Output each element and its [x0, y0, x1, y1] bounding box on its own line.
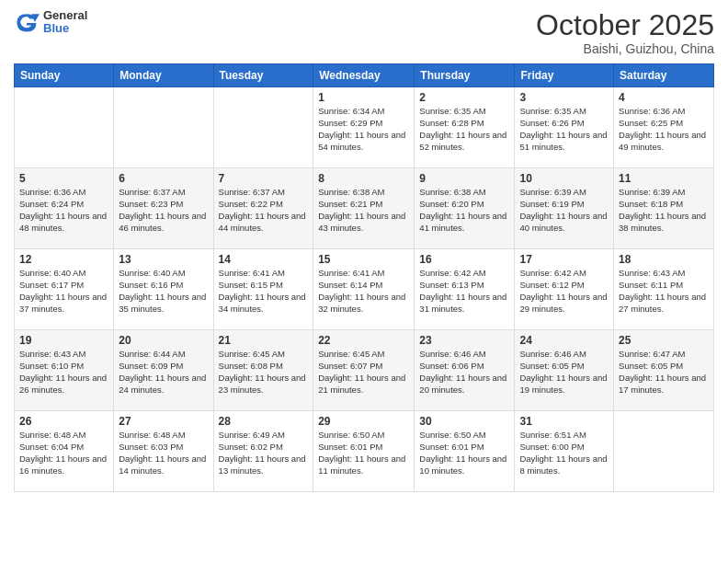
calendar-week-row: 19Sunrise: 6:43 AM Sunset: 6:10 PM Dayli… [15, 330, 714, 411]
col-thursday: Thursday [415, 64, 515, 87]
table-row: 18Sunrise: 6:43 AM Sunset: 6:11 PM Dayli… [614, 249, 714, 330]
calendar-week-row: 1Sunrise: 6:34 AM Sunset: 6:29 PM Daylig… [15, 87, 714, 168]
logo-general: General [43, 9, 87, 22]
day-info: Sunrise: 6:39 AM Sunset: 6:18 PM Dayligh… [619, 187, 709, 234]
day-info: Sunrise: 6:47 AM Sunset: 6:05 PM Dayligh… [619, 349, 709, 396]
table-row: 1Sunrise: 6:34 AM Sunset: 6:29 PM Daylig… [313, 87, 415, 168]
table-row [15, 87, 114, 168]
logo-blue: Blue [43, 22, 87, 35]
col-monday: Monday [114, 64, 213, 87]
day-info: Sunrise: 6:46 AM Sunset: 6:06 PM Dayligh… [419, 349, 509, 396]
day-number: 21 [219, 334, 309, 347]
day-number: 12 [19, 253, 108, 266]
table-row: 21Sunrise: 6:45 AM Sunset: 6:08 PM Dayli… [213, 330, 313, 411]
day-number: 9 [419, 172, 509, 185]
day-info: Sunrise: 6:42 AM Sunset: 6:13 PM Dayligh… [419, 268, 509, 315]
day-number: 11 [619, 172, 709, 185]
col-tuesday: Tuesday [213, 64, 313, 87]
day-info: Sunrise: 6:48 AM Sunset: 6:03 PM Dayligh… [119, 430, 208, 477]
day-info: Sunrise: 6:50 AM Sunset: 6:01 PM Dayligh… [419, 430, 509, 477]
day-info: Sunrise: 6:41 AM Sunset: 6:15 PM Dayligh… [219, 268, 309, 315]
day-info: Sunrise: 6:36 AM Sunset: 6:24 PM Dayligh… [19, 187, 108, 234]
table-row: 10Sunrise: 6:39 AM Sunset: 6:19 PM Dayli… [515, 168, 614, 249]
day-number: 4 [619, 91, 709, 104]
day-number: 10 [519, 172, 609, 185]
table-row [213, 87, 313, 168]
day-number: 16 [419, 253, 509, 266]
col-wednesday: Wednesday [313, 64, 415, 87]
logo-icon [14, 9, 40, 35]
table-row: 2Sunrise: 6:35 AM Sunset: 6:28 PM Daylig… [415, 87, 515, 168]
calendar-week-row: 5Sunrise: 6:36 AM Sunset: 6:24 PM Daylig… [15, 168, 714, 249]
day-info: Sunrise: 6:37 AM Sunset: 6:22 PM Dayligh… [219, 187, 309, 234]
day-info: Sunrise: 6:35 AM Sunset: 6:26 PM Dayligh… [519, 106, 609, 153]
day-info: Sunrise: 6:50 AM Sunset: 6:01 PM Dayligh… [318, 430, 409, 477]
day-number: 15 [318, 253, 409, 266]
table-row: 12Sunrise: 6:40 AM Sunset: 6:17 PM Dayli… [15, 249, 114, 330]
table-row: 17Sunrise: 6:42 AM Sunset: 6:12 PM Dayli… [515, 249, 614, 330]
table-row: 13Sunrise: 6:40 AM Sunset: 6:16 PM Dayli… [114, 249, 213, 330]
day-info: Sunrise: 6:38 AM Sunset: 6:21 PM Dayligh… [318, 187, 409, 234]
day-number: 18 [619, 253, 709, 266]
table-row: 29Sunrise: 6:50 AM Sunset: 6:01 PM Dayli… [313, 411, 415, 492]
day-number: 8 [318, 172, 409, 185]
day-number: 26 [19, 415, 108, 428]
table-row: 28Sunrise: 6:49 AM Sunset: 6:02 PM Dayli… [213, 411, 313, 492]
month-title: October 2025 [536, 9, 714, 41]
logo-text: General Blue [43, 9, 87, 36]
table-row [614, 411, 714, 492]
day-number: 20 [119, 334, 208, 347]
page-header: General Blue October 2025 Baishi, Guizho… [14, 9, 714, 56]
table-row: 3Sunrise: 6:35 AM Sunset: 6:26 PM Daylig… [515, 87, 614, 168]
day-number: 23 [419, 334, 509, 347]
table-row: 4Sunrise: 6:36 AM Sunset: 6:25 PM Daylig… [614, 87, 714, 168]
day-info: Sunrise: 6:37 AM Sunset: 6:23 PM Dayligh… [119, 187, 208, 234]
table-row: 31Sunrise: 6:51 AM Sunset: 6:00 PM Dayli… [515, 411, 614, 492]
table-row: 9Sunrise: 6:38 AM Sunset: 6:20 PM Daylig… [415, 168, 515, 249]
day-number: 27 [119, 415, 208, 428]
day-info: Sunrise: 6:36 AM Sunset: 6:25 PM Dayligh… [619, 106, 709, 153]
table-row: 14Sunrise: 6:41 AM Sunset: 6:15 PM Dayli… [213, 249, 313, 330]
day-number: 29 [318, 415, 409, 428]
day-number: 14 [219, 253, 309, 266]
day-info: Sunrise: 6:34 AM Sunset: 6:29 PM Dayligh… [318, 106, 409, 153]
location: Baishi, Guizhou, China [536, 41, 714, 56]
table-row: 15Sunrise: 6:41 AM Sunset: 6:14 PM Dayli… [313, 249, 415, 330]
day-info: Sunrise: 6:42 AM Sunset: 6:12 PM Dayligh… [519, 268, 609, 315]
day-info: Sunrise: 6:41 AM Sunset: 6:14 PM Dayligh… [318, 268, 409, 315]
table-row: 20Sunrise: 6:44 AM Sunset: 6:09 PM Dayli… [114, 330, 213, 411]
table-row [114, 87, 213, 168]
day-number: 19 [19, 334, 108, 347]
calendar-week-row: 12Sunrise: 6:40 AM Sunset: 6:17 PM Dayli… [15, 249, 714, 330]
day-number: 2 [419, 91, 509, 104]
table-row: 11Sunrise: 6:39 AM Sunset: 6:18 PM Dayli… [614, 168, 714, 249]
table-row: 6Sunrise: 6:37 AM Sunset: 6:23 PM Daylig… [114, 168, 213, 249]
col-sunday: Sunday [15, 64, 114, 87]
table-row: 25Sunrise: 6:47 AM Sunset: 6:05 PM Dayli… [614, 330, 714, 411]
day-info: Sunrise: 6:35 AM Sunset: 6:28 PM Dayligh… [419, 106, 509, 153]
calendar-header-row: Sunday Monday Tuesday Wednesday Thursday… [15, 64, 714, 87]
day-number: 28 [219, 415, 309, 428]
day-info: Sunrise: 6:45 AM Sunset: 6:08 PM Dayligh… [219, 349, 309, 396]
day-info: Sunrise: 6:40 AM Sunset: 6:17 PM Dayligh… [19, 268, 108, 315]
calendar-table: Sunday Monday Tuesday Wednesday Thursday… [14, 63, 714, 492]
table-row: 5Sunrise: 6:36 AM Sunset: 6:24 PM Daylig… [15, 168, 114, 249]
day-number: 13 [119, 253, 208, 266]
day-info: Sunrise: 6:39 AM Sunset: 6:19 PM Dayligh… [519, 187, 609, 234]
day-info: Sunrise: 6:48 AM Sunset: 6:04 PM Dayligh… [19, 430, 108, 477]
day-info: Sunrise: 6:40 AM Sunset: 6:16 PM Dayligh… [119, 268, 208, 315]
day-info: Sunrise: 6:43 AM Sunset: 6:11 PM Dayligh… [619, 268, 709, 315]
day-info: Sunrise: 6:44 AM Sunset: 6:09 PM Dayligh… [119, 349, 208, 396]
day-number: 30 [419, 415, 509, 428]
day-number: 7 [219, 172, 309, 185]
table-row: 24Sunrise: 6:46 AM Sunset: 6:05 PM Dayli… [515, 330, 614, 411]
logo: General Blue [14, 9, 87, 36]
table-row: 26Sunrise: 6:48 AM Sunset: 6:04 PM Dayli… [15, 411, 114, 492]
table-row: 23Sunrise: 6:46 AM Sunset: 6:06 PM Dayli… [415, 330, 515, 411]
day-number: 24 [519, 334, 609, 347]
table-row: 19Sunrise: 6:43 AM Sunset: 6:10 PM Dayli… [15, 330, 114, 411]
calendar-week-row: 26Sunrise: 6:48 AM Sunset: 6:04 PM Dayli… [15, 411, 714, 492]
table-row: 16Sunrise: 6:42 AM Sunset: 6:13 PM Dayli… [415, 249, 515, 330]
day-number: 17 [519, 253, 609, 266]
day-number: 22 [318, 334, 409, 347]
